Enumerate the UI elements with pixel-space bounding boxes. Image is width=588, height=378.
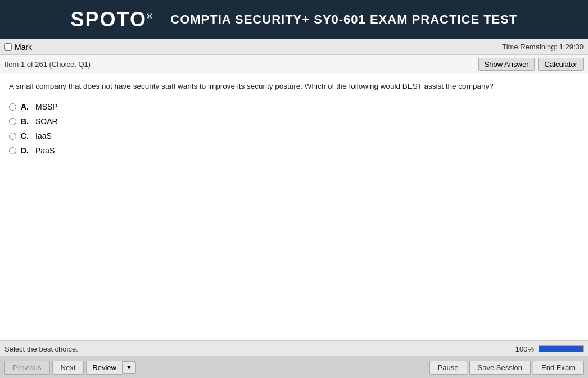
status-bar: Select the best choice. 100% [0,341,588,357]
time-remaining: Time Remaining: 1:29:30 [502,43,584,51]
save-session-button[interactable]: Save Session [469,361,531,375]
option-d[interactable]: D. PaaS [9,146,579,155]
header: SPOTO® COMPTIA SECURITY+ SY0-601 EXAM PR… [0,0,588,39]
radio-c[interactable] [9,133,16,140]
radio-a[interactable] [9,103,16,111]
show-answer-button[interactable]: Show Answer [478,58,535,71]
bottom-nav: Previous Next Review ▼ Pause Save Sessio… [0,357,588,378]
review-btn-wrapper: Review ▼ [86,361,136,375]
radio-b[interactable] [9,118,16,125]
option-b[interactable]: B. SOAR [9,117,579,126]
progress-bar-fill [539,346,583,352]
option-c[interactable]: C. IaaS [9,131,579,140]
item-info: Item 1 of 261 (Choice, Q1) [4,60,91,69]
progress-area: 100% [515,345,584,353]
question-text: A small company that does not have secur… [9,81,579,92]
option-b-text: SOAR [35,117,58,126]
option-d-letter: D. [21,146,29,155]
review-button[interactable]: Review [86,361,122,375]
mark-bar: Mark Time Remaining: 1:29:30 [0,39,588,55]
progress-percent: 100% [515,345,534,353]
option-c-letter: C. [21,131,29,140]
calculator-button[interactable]: Calculator [538,58,584,71]
review-dropdown-button[interactable]: ▼ [122,361,136,374]
bottom-right-nav: Pause Save Session End Exam [429,361,584,375]
mark-checkbox[interactable] [4,43,12,51]
previous-button[interactable]: Previous [4,361,50,375]
mark-checkbox-area[interactable]: Mark [4,43,32,52]
question-area: A small company that does not have secur… [0,74,588,341]
next-button[interactable]: Next [52,361,84,375]
exam-title: COMPTIA SECURITY+ SY0-601 EXAM PRACTICE … [170,12,517,27]
radio-d[interactable] [9,147,16,154]
option-b-letter: B. [21,117,29,126]
option-c-text: IaaS [35,131,52,140]
bottom-left-nav: Previous Next Review ▼ [4,361,136,375]
option-a[interactable]: A. MSSP [9,102,579,111]
progress-bar-container [539,345,584,352]
end-exam-button[interactable]: End Exam [533,361,584,375]
option-a-letter: A. [21,102,29,111]
logo: SPOTO® [71,8,154,31]
logo-text: SPOTO [71,8,147,31]
pause-button[interactable]: Pause [429,361,467,375]
option-d-text: PaaS [35,146,55,155]
logo-sup: ® [147,12,153,21]
mark-label: Mark [15,43,32,52]
item-buttons: Show Answer Calculator [478,58,584,71]
option-a-text: MSSP [35,102,58,111]
item-bar: Item 1 of 261 (Choice, Q1) Show Answer C… [0,55,588,74]
status-text: Select the best choice. [4,345,78,353]
